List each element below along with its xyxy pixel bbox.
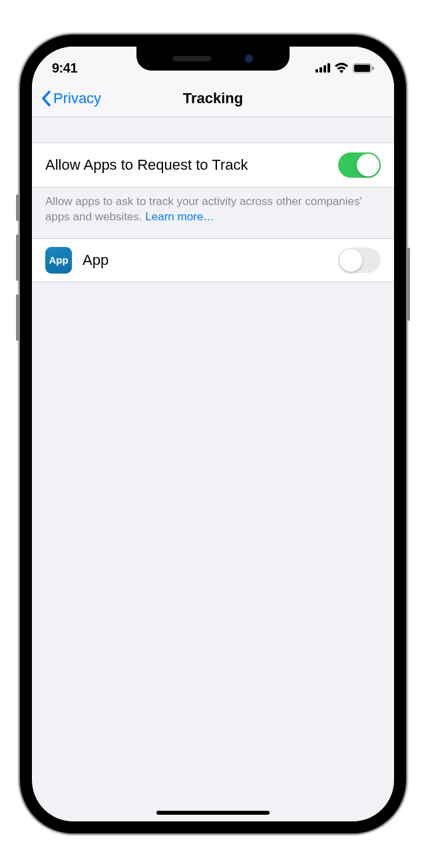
allow-request-row: Allow Apps to Request to Track <box>32 142 394 188</box>
nav-bar: Privacy Tracking <box>32 80 394 117</box>
back-label: Privacy <box>53 90 101 107</box>
back-button[interactable]: Privacy <box>41 90 101 107</box>
content: Allow Apps to Request to Track Allow app… <box>32 117 394 282</box>
battery-icon <box>353 63 374 73</box>
svg-rect-0 <box>316 69 318 73</box>
notch <box>136 47 290 71</box>
allow-request-label: Allow Apps to Request to Track <box>45 156 248 174</box>
status-indicators <box>316 63 374 73</box>
home-indicator[interactable] <box>156 811 270 815</box>
section-footer: Allow apps to ask to track your activity… <box>32 188 394 238</box>
chevron-left-icon <box>41 91 51 107</box>
svg-rect-5 <box>354 65 370 72</box>
app-icon: App <box>45 247 72 274</box>
page-title: Tracking <box>183 90 243 107</box>
screen: 9:41 Privacy Tracking Allow Apps to Requ… <box>32 47 394 821</box>
phone-frame: 9:41 Privacy Tracking Allow Apps to Requ… <box>20 35 406 833</box>
svg-rect-2 <box>323 65 326 73</box>
allow-request-toggle[interactable] <box>338 152 381 178</box>
svg-rect-1 <box>320 67 322 73</box>
cellular-icon <box>316 63 330 73</box>
learn-more-link[interactable]: Learn more… <box>145 210 214 223</box>
app-row: App App <box>32 238 394 282</box>
app-tracking-toggle[interactable] <box>338 248 381 273</box>
status-time: 9:41 <box>52 61 77 76</box>
wifi-icon <box>334 63 349 73</box>
svg-rect-6 <box>372 67 374 70</box>
svg-rect-3 <box>327 63 330 73</box>
app-name-label: App <box>83 252 327 269</box>
